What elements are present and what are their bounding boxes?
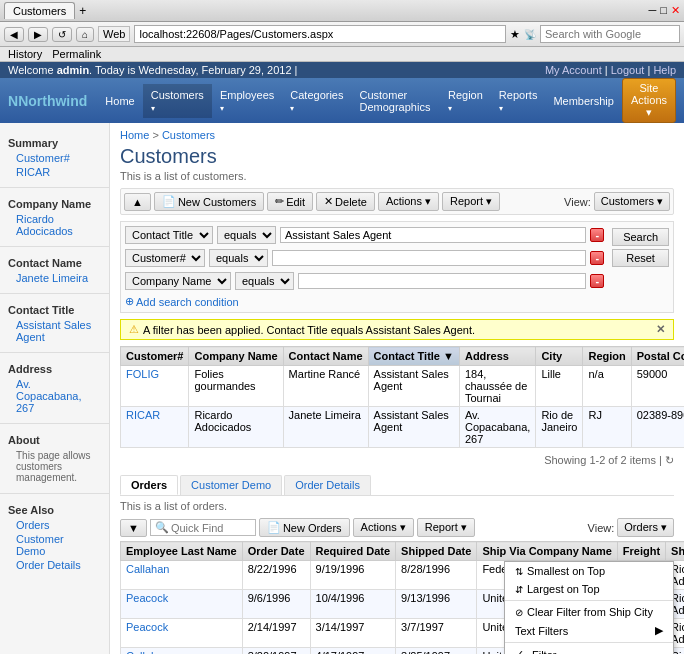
browser-tab[interactable]: Customers bbox=[4, 2, 75, 19]
order-employee-3[interactable]: Peacock bbox=[126, 621, 168, 633]
customer-id-ricar[interactable]: RICAR bbox=[126, 409, 160, 421]
dropdown-clear-filter[interactable]: ⊘ Clear Filter from Ship City bbox=[505, 603, 673, 621]
remove-filter-2[interactable]: - bbox=[590, 251, 604, 265]
col-customer-hash[interactable]: Customer# bbox=[121, 347, 189, 366]
col-region[interactable]: Region bbox=[583, 347, 631, 366]
sidebar-see-also-title[interactable]: See Also bbox=[8, 502, 101, 518]
orders-view-select[interactable]: Orders ▾ bbox=[617, 518, 674, 537]
nav-demographics[interactable]: Customer Demographics bbox=[352, 84, 441, 118]
back-btn[interactable]: ◀ bbox=[4, 27, 24, 42]
sidebar-order-details-link[interactable]: Order Details bbox=[8, 558, 101, 572]
sidebar-customer-hash[interactable]: Customer# bbox=[8, 151, 101, 165]
orders-actions-btn[interactable]: Actions ▾ bbox=[353, 518, 414, 537]
remove-filter-1[interactable]: - bbox=[590, 228, 604, 242]
new-orders-btn[interactable]: 📄 New Orders bbox=[259, 518, 350, 537]
filter-field-3[interactable]: Company Name bbox=[125, 272, 231, 290]
toolbar-toggle-btn[interactable]: ▲ bbox=[124, 193, 151, 211]
dropdown-text-filters[interactable]: Text Filters ▶ bbox=[505, 621, 673, 640]
sidebar-about-title[interactable]: About bbox=[8, 432, 101, 448]
nav-home[interactable]: Home bbox=[97, 90, 142, 112]
maximize-btn[interactable]: □ bbox=[660, 4, 667, 17]
logout-link[interactable]: Logout bbox=[611, 64, 645, 76]
orders-toggle-btn[interactable]: ▼ bbox=[120, 519, 147, 537]
col-company-name[interactable]: Company Name bbox=[189, 347, 283, 366]
customers-refresh-link[interactable]: ↻ bbox=[665, 454, 674, 466]
edit-btn[interactable]: ✏ Edit bbox=[267, 192, 313, 211]
sidebar-ricar[interactable]: RICAR bbox=[8, 165, 101, 179]
sidebar-address-val[interactable]: Av. Copacabana, 267 bbox=[8, 377, 101, 415]
site-actions-btn[interactable]: Site Actions ▾ bbox=[622, 78, 676, 123]
nav-employees[interactable]: Employees ▾ bbox=[212, 84, 282, 118]
nav-region[interactable]: Region ▾ bbox=[440, 84, 491, 118]
filter-field-2[interactable]: Customer# bbox=[125, 249, 205, 267]
new-customers-btn[interactable]: 📄 New Customers bbox=[154, 192, 264, 211]
permalink-link[interactable]: Permalink bbox=[52, 48, 101, 60]
col-employee[interactable]: Employee Last Name bbox=[121, 542, 243, 561]
help-link[interactable]: Help bbox=[653, 64, 676, 76]
col-postal-code[interactable]: Postal Code bbox=[631, 347, 684, 366]
sidebar-address-title[interactable]: Address bbox=[8, 361, 101, 377]
sidebar-orders-link[interactable]: Orders bbox=[8, 518, 101, 532]
sidebar-customer-demo-link[interactable]: Customer Demo bbox=[8, 532, 101, 558]
customer-id-folig[interactable]: FOLIG bbox=[126, 368, 159, 380]
nav-customers[interactable]: Customers ▾ bbox=[143, 84, 212, 118]
breadcrumb-customers[interactable]: Customers bbox=[162, 129, 215, 141]
sidebar-contact-title-val[interactable]: Assistant Sales Agent bbox=[8, 318, 101, 344]
forward-btn[interactable]: ▶ bbox=[28, 27, 48, 42]
filter-value-2[interactable] bbox=[272, 250, 586, 266]
view-select[interactable]: Customers ▾ bbox=[594, 192, 670, 211]
star-icon[interactable]: ★ bbox=[510, 28, 520, 41]
new-tab-btn[interactable]: + bbox=[79, 4, 86, 18]
filter-value-3[interactable] bbox=[298, 273, 586, 289]
quick-find-input[interactable] bbox=[171, 522, 251, 534]
close-btn[interactable]: ✕ bbox=[671, 4, 680, 17]
dropdown-filter-item[interactable]: Filter... bbox=[505, 645, 673, 654]
col-required-date[interactable]: Required Date bbox=[310, 542, 396, 561]
order-employee-4[interactable]: Callahan bbox=[126, 650, 169, 654]
filter-value-1[interactable] bbox=[280, 227, 586, 243]
my-account-link[interactable]: My Account bbox=[545, 64, 602, 76]
actions-btn[interactable]: Actions ▾ bbox=[378, 192, 439, 211]
reload-btn[interactable]: ↺ bbox=[52, 27, 72, 42]
order-employee-2[interactable]: Peacock bbox=[126, 592, 168, 604]
col-freight[interactable]: Freight bbox=[617, 542, 665, 561]
col-order-date[interactable]: Order Date bbox=[242, 542, 310, 561]
nav-categories[interactable]: Categories ▾ bbox=[282, 84, 351, 118]
history-link[interactable]: History bbox=[8, 48, 42, 60]
col-contact-title[interactable]: Contact Title ▼ bbox=[368, 347, 459, 366]
sidebar-company-title[interactable]: Company Name bbox=[8, 196, 101, 212]
sidebar-summary-title[interactable]: Summary bbox=[8, 135, 101, 151]
delete-btn[interactable]: ✕ Delete bbox=[316, 192, 375, 211]
address-bar[interactable] bbox=[134, 25, 506, 43]
col-contact-name[interactable]: Contact Name bbox=[283, 347, 368, 366]
tab-order-details[interactable]: Order Details bbox=[284, 475, 371, 495]
home-btn[interactable]: ⌂ bbox=[76, 27, 94, 42]
dropdown-largest-top[interactable]: ⇵ Largest on Top bbox=[505, 580, 673, 598]
filter-op-3[interactable]: equals bbox=[235, 272, 294, 290]
search-input[interactable] bbox=[540, 25, 680, 43]
add-condition[interactable]: ⊕ Add search condition bbox=[125, 295, 604, 308]
tab-orders[interactable]: Orders bbox=[120, 475, 178, 495]
reset-btn[interactable]: Reset bbox=[612, 249, 669, 267]
search-btn[interactable]: Search bbox=[612, 228, 669, 246]
filter-op-2[interactable]: equals bbox=[209, 249, 268, 267]
sidebar-contact-name[interactable]: Janete Limeira bbox=[8, 271, 101, 285]
report-btn[interactable]: Report ▾ bbox=[442, 192, 500, 211]
remove-filter-3[interactable]: - bbox=[590, 274, 604, 288]
col-shipped-date[interactable]: Shipped Date bbox=[396, 542, 477, 561]
nav-membership[interactable]: Membership bbox=[545, 90, 622, 112]
dropdown-smallest-top[interactable]: ⇅ Smallest on Top bbox=[505, 562, 673, 580]
sidebar-contact-title-label[interactable]: Contact Title bbox=[8, 302, 101, 318]
filter-close-btn[interactable]: ✕ bbox=[656, 323, 665, 336]
tab-customer-demo[interactable]: Customer Demo bbox=[180, 475, 282, 495]
sidebar-contact-title[interactable]: Contact Name bbox=[8, 255, 101, 271]
orders-report-btn[interactable]: Report ▾ bbox=[417, 518, 475, 537]
col-ship-via[interactable]: Ship Via Company Name bbox=[477, 542, 617, 561]
col-ship-name[interactable]: Ship Name bbox=[666, 542, 684, 561]
filter-op-1[interactable]: equals bbox=[217, 226, 276, 244]
minimize-btn[interactable]: ─ bbox=[649, 4, 657, 17]
col-address[interactable]: Address bbox=[459, 347, 535, 366]
order-employee-1[interactable]: Callahan bbox=[126, 563, 169, 575]
nav-reports[interactable]: Reports ▾ bbox=[491, 84, 546, 118]
sidebar-company-name[interactable]: Ricardo Adocicados bbox=[8, 212, 101, 238]
